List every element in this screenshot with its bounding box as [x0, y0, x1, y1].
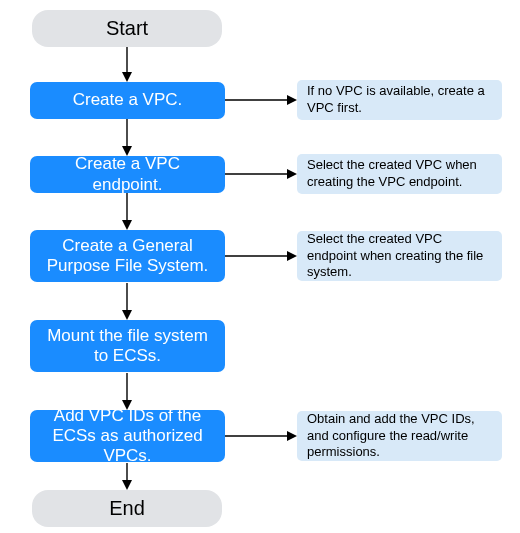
note-text: Select the created VPC when creating the… [307, 157, 492, 190]
step-label: Mount the file system to ECSs. [40, 326, 215, 366]
svg-marker-15 [287, 169, 297, 179]
svg-marker-7 [122, 310, 132, 320]
note-create-endpoint: Select the created VPC when creating the… [297, 154, 502, 194]
arrow-down-icon [122, 463, 132, 490]
arrow-right-icon [225, 95, 297, 105]
arrow-down-icon [122, 47, 132, 82]
note-text: If no VPC is available, create a VPC fir… [307, 83, 492, 116]
step-add-vpc-ids: Add VPC IDs of the ECSs as authorized VP… [30, 410, 225, 462]
step-label: Add VPC IDs of the ECSs as authorized VP… [40, 406, 215, 466]
arrow-right-icon [225, 251, 297, 261]
step-create-fs: Create a General Purpose File System. [30, 230, 225, 282]
svg-marker-13 [287, 95, 297, 105]
svg-marker-19 [287, 431, 297, 441]
arrow-down-icon [122, 119, 132, 156]
note-create-fs: Select the created VPC endpoint when cre… [297, 231, 502, 281]
arrow-right-icon [225, 169, 297, 179]
start-node: Start [32, 10, 222, 47]
note-create-vpc: If no VPC is available, create a VPC fir… [297, 80, 502, 120]
note-text: Obtain and add the VPC IDs, and configur… [307, 411, 492, 461]
start-label: Start [106, 17, 148, 40]
step-create-endpoint: Create a VPC endpoint. [30, 156, 225, 193]
step-mount-fs: Mount the file system to ECSs. [30, 320, 225, 372]
arrow-down-icon [122, 193, 132, 230]
svg-marker-17 [287, 251, 297, 261]
arrow-right-icon [225, 431, 297, 441]
step-create-vpc: Create a VPC. [30, 82, 225, 119]
step-label: Create a General Purpose File System. [40, 236, 215, 276]
svg-marker-11 [122, 480, 132, 490]
note-add-vpc-ids: Obtain and add the VPC IDs, and configur… [297, 411, 502, 461]
step-label: Create a VPC endpoint. [40, 154, 215, 194]
note-text: Select the created VPC endpoint when cre… [307, 231, 492, 281]
svg-marker-5 [122, 220, 132, 230]
arrow-down-icon [122, 283, 132, 320]
end-node: End [32, 490, 222, 527]
arrow-down-icon [122, 373, 132, 410]
step-label: Create a VPC. [73, 90, 183, 110]
svg-marker-1 [122, 72, 132, 82]
end-label: End [109, 497, 145, 520]
